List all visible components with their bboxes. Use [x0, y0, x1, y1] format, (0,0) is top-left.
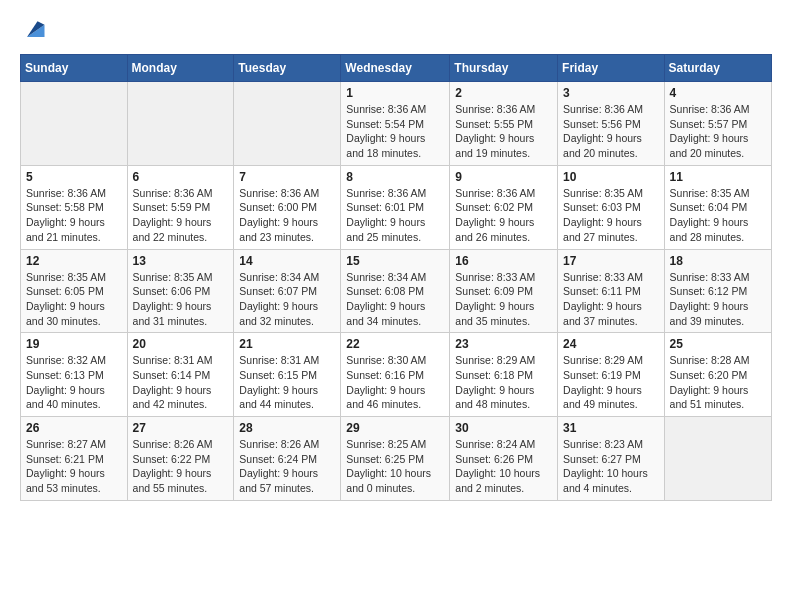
day-cell: 9Sunrise: 8:36 AM Sunset: 6:02 PM Daylig… [450, 165, 558, 249]
day-cell: 7Sunrise: 8:36 AM Sunset: 6:00 PM Daylig… [234, 165, 341, 249]
header [20, 16, 772, 44]
week-row-2: 12Sunrise: 8:35 AM Sunset: 6:05 PM Dayli… [21, 249, 772, 333]
day-info: Sunrise: 8:36 AM Sunset: 5:58 PM Dayligh… [26, 186, 122, 245]
day-number: 10 [563, 170, 659, 184]
day-info: Sunrise: 8:36 AM Sunset: 5:57 PM Dayligh… [670, 102, 766, 161]
day-info: Sunrise: 8:35 AM Sunset: 6:04 PM Dayligh… [670, 186, 766, 245]
day-info: Sunrise: 8:30 AM Sunset: 6:16 PM Dayligh… [346, 353, 444, 412]
day-info: Sunrise: 8:32 AM Sunset: 6:13 PM Dayligh… [26, 353, 122, 412]
day-cell: 22Sunrise: 8:30 AM Sunset: 6:16 PM Dayli… [341, 333, 450, 417]
day-info: Sunrise: 8:23 AM Sunset: 6:27 PM Dayligh… [563, 437, 659, 496]
day-info: Sunrise: 8:34 AM Sunset: 6:08 PM Dayligh… [346, 270, 444, 329]
day-cell: 5Sunrise: 8:36 AM Sunset: 5:58 PM Daylig… [21, 165, 128, 249]
day-info: Sunrise: 8:33 AM Sunset: 6:12 PM Dayligh… [670, 270, 766, 329]
day-cell: 27Sunrise: 8:26 AM Sunset: 6:22 PM Dayli… [127, 417, 234, 501]
day-number: 16 [455, 254, 552, 268]
day-number: 20 [133, 337, 229, 351]
day-number: 17 [563, 254, 659, 268]
day-cell [127, 82, 234, 166]
day-cell: 16Sunrise: 8:33 AM Sunset: 6:09 PM Dayli… [450, 249, 558, 333]
day-cell: 15Sunrise: 8:34 AM Sunset: 6:08 PM Dayli… [341, 249, 450, 333]
day-number: 2 [455, 86, 552, 100]
day-cell: 11Sunrise: 8:35 AM Sunset: 6:04 PM Dayli… [664, 165, 771, 249]
day-cell: 20Sunrise: 8:31 AM Sunset: 6:14 PM Dayli… [127, 333, 234, 417]
day-number: 29 [346, 421, 444, 435]
day-info: Sunrise: 8:34 AM Sunset: 6:07 PM Dayligh… [239, 270, 335, 329]
day-info: Sunrise: 8:31 AM Sunset: 6:14 PM Dayligh… [133, 353, 229, 412]
day-info: Sunrise: 8:28 AM Sunset: 6:20 PM Dayligh… [670, 353, 766, 412]
day-number: 31 [563, 421, 659, 435]
day-cell: 26Sunrise: 8:27 AM Sunset: 6:21 PM Dayli… [21, 417, 128, 501]
day-info: Sunrise: 8:29 AM Sunset: 6:18 PM Dayligh… [455, 353, 552, 412]
day-number: 14 [239, 254, 335, 268]
day-cell: 2Sunrise: 8:36 AM Sunset: 5:55 PM Daylig… [450, 82, 558, 166]
day-number: 19 [26, 337, 122, 351]
day-cell: 12Sunrise: 8:35 AM Sunset: 6:05 PM Dayli… [21, 249, 128, 333]
day-number: 9 [455, 170, 552, 184]
day-cell: 3Sunrise: 8:36 AM Sunset: 5:56 PM Daylig… [558, 82, 665, 166]
day-number: 3 [563, 86, 659, 100]
day-cell: 24Sunrise: 8:29 AM Sunset: 6:19 PM Dayli… [558, 333, 665, 417]
day-number: 27 [133, 421, 229, 435]
header-sunday: Sunday [21, 55, 128, 82]
day-info: Sunrise: 8:36 AM Sunset: 5:55 PM Dayligh… [455, 102, 552, 161]
day-info: Sunrise: 8:36 AM Sunset: 6:01 PM Dayligh… [346, 186, 444, 245]
day-number: 18 [670, 254, 766, 268]
day-info: Sunrise: 8:36 AM Sunset: 5:54 PM Dayligh… [346, 102, 444, 161]
week-row-1: 5Sunrise: 8:36 AM Sunset: 5:58 PM Daylig… [21, 165, 772, 249]
day-cell: 14Sunrise: 8:34 AM Sunset: 6:07 PM Dayli… [234, 249, 341, 333]
day-number: 26 [26, 421, 122, 435]
day-info: Sunrise: 8:33 AM Sunset: 6:11 PM Dayligh… [563, 270, 659, 329]
day-number: 25 [670, 337, 766, 351]
day-cell: 4Sunrise: 8:36 AM Sunset: 5:57 PM Daylig… [664, 82, 771, 166]
day-info: Sunrise: 8:35 AM Sunset: 6:03 PM Dayligh… [563, 186, 659, 245]
day-info: Sunrise: 8:27 AM Sunset: 6:21 PM Dayligh… [26, 437, 122, 496]
day-number: 6 [133, 170, 229, 184]
week-row-3: 19Sunrise: 8:32 AM Sunset: 6:13 PM Dayli… [21, 333, 772, 417]
day-cell: 23Sunrise: 8:29 AM Sunset: 6:18 PM Dayli… [450, 333, 558, 417]
header-tuesday: Tuesday [234, 55, 341, 82]
day-cell: 25Sunrise: 8:28 AM Sunset: 6:20 PM Dayli… [664, 333, 771, 417]
header-wednesday: Wednesday [341, 55, 450, 82]
day-info: Sunrise: 8:36 AM Sunset: 5:59 PM Dayligh… [133, 186, 229, 245]
day-cell: 31Sunrise: 8:23 AM Sunset: 6:27 PM Dayli… [558, 417, 665, 501]
logo [20, 16, 52, 44]
day-cell: 28Sunrise: 8:26 AM Sunset: 6:24 PM Dayli… [234, 417, 341, 501]
day-info: Sunrise: 8:25 AM Sunset: 6:25 PM Dayligh… [346, 437, 444, 496]
day-number: 8 [346, 170, 444, 184]
day-cell: 29Sunrise: 8:25 AM Sunset: 6:25 PM Dayli… [341, 417, 450, 501]
day-number: 13 [133, 254, 229, 268]
day-info: Sunrise: 8:31 AM Sunset: 6:15 PM Dayligh… [239, 353, 335, 412]
day-number: 11 [670, 170, 766, 184]
day-cell: 1Sunrise: 8:36 AM Sunset: 5:54 PM Daylig… [341, 82, 450, 166]
day-cell: 30Sunrise: 8:24 AM Sunset: 6:26 PM Dayli… [450, 417, 558, 501]
day-number: 15 [346, 254, 444, 268]
header-row: SundayMondayTuesdayWednesdayThursdayFrid… [21, 55, 772, 82]
day-info: Sunrise: 8:26 AM Sunset: 6:22 PM Dayligh… [133, 437, 229, 496]
week-row-0: 1Sunrise: 8:36 AM Sunset: 5:54 PM Daylig… [21, 82, 772, 166]
calendar-table: SundayMondayTuesdayWednesdayThursdayFrid… [20, 54, 772, 501]
header-monday: Monday [127, 55, 234, 82]
day-number: 7 [239, 170, 335, 184]
day-info: Sunrise: 8:24 AM Sunset: 6:26 PM Dayligh… [455, 437, 552, 496]
day-number: 23 [455, 337, 552, 351]
day-info: Sunrise: 8:36 AM Sunset: 6:00 PM Dayligh… [239, 186, 335, 245]
day-cell: 17Sunrise: 8:33 AM Sunset: 6:11 PM Dayli… [558, 249, 665, 333]
page: SundayMondayTuesdayWednesdayThursdayFrid… [0, 0, 792, 517]
day-cell [21, 82, 128, 166]
day-cell [664, 417, 771, 501]
day-info: Sunrise: 8:29 AM Sunset: 6:19 PM Dayligh… [563, 353, 659, 412]
day-number: 28 [239, 421, 335, 435]
day-info: Sunrise: 8:35 AM Sunset: 6:05 PM Dayligh… [26, 270, 122, 329]
header-friday: Friday [558, 55, 665, 82]
day-info: Sunrise: 8:26 AM Sunset: 6:24 PM Dayligh… [239, 437, 335, 496]
day-cell: 13Sunrise: 8:35 AM Sunset: 6:06 PM Dayli… [127, 249, 234, 333]
week-row-4: 26Sunrise: 8:27 AM Sunset: 6:21 PM Dayli… [21, 417, 772, 501]
day-cell: 8Sunrise: 8:36 AM Sunset: 6:01 PM Daylig… [341, 165, 450, 249]
day-cell: 6Sunrise: 8:36 AM Sunset: 5:59 PM Daylig… [127, 165, 234, 249]
day-number: 24 [563, 337, 659, 351]
day-number: 5 [26, 170, 122, 184]
logo-icon [20, 16, 48, 44]
day-number: 30 [455, 421, 552, 435]
day-info: Sunrise: 8:35 AM Sunset: 6:06 PM Dayligh… [133, 270, 229, 329]
